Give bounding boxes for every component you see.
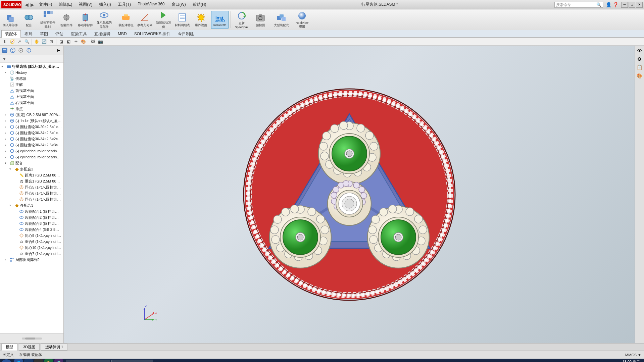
close-button[interactable]: ✕ <box>636 2 643 8</box>
tb-mate[interactable]: 配合 <box>20 11 38 29</box>
tb-bom[interactable]: 材料明细表 <box>174 11 191 29</box>
view-scene-icon[interactable]: 🖼 <box>90 38 96 45</box>
tree-top-plane[interactable]: 上视基准面 <box>0 94 63 100</box>
taskbar-sw-button[interactable]: SW SOLIDWORKS P... <box>66 360 110 362</box>
tree-root[interactable]: ▾ 行星齿轮 (默认<默认_显示状态-1>) <box>0 63 63 69</box>
rp-display-icon[interactable]: 📋 <box>636 64 643 71</box>
btab-model[interactable]: 模型 <box>1 344 17 351</box>
maximize-button[interactable]: □ <box>629 2 635 8</box>
rp-settings-icon[interactable]: ⚙ <box>636 55 643 63</box>
tree-fixed-gear[interactable]: ▸ (固定) GB 2.5M 88T 20PA 30FW -... <box>0 112 63 118</box>
view-camera-icon[interactable]: 📷 <box>97 38 104 45</box>
tree-pattern[interactable]: ▸ 局部圆周阵列2 <box>0 257 63 263</box>
user-icon[interactable]: 👤 <box>606 2 611 7</box>
tree-origin[interactable]: 原点 <box>0 106 63 112</box>
view-front-icon[interactable]: ⬇ <box>1 38 8 45</box>
tree-right-plane[interactable]: 右视基准面 <box>0 100 63 106</box>
tree-gear-mate2[interactable]: 齿轮配合2 (圆柱齿轮30-34×2.5... <box>0 214 63 220</box>
panel-expand-icon[interactable]: ▶ <box>55 47 62 54</box>
tree-coincident1[interactable]: ⚖ 重合1 (GB 2.5M 88T 20PA 30... <box>0 178 63 184</box>
tb-large-assembly[interactable]: 大型装配式 <box>270 11 292 29</box>
tb-assembly-feature[interactable]: 装配体特征 <box>117 11 135 29</box>
tb-pattern[interactable]: 线性零部件阵列 <box>39 11 56 29</box>
help-icon[interactable]: ❓ <box>613 2 618 7</box>
minimize-button[interactable]: ─ <box>621 2 628 8</box>
start-button[interactable]: ⊞ <box>1 359 11 362</box>
btab-motion[interactable]: 运动算例 1 <box>41 344 67 351</box>
panel-icon-link[interactable] <box>26 47 32 54</box>
taskbar-folder-button[interactable]: 📁 H:\微信公众号\1... <box>111 360 153 362</box>
panel-icon-config[interactable] <box>17 47 24 54</box>
tree-coincident7[interactable]: ⚖ 重合7 (1<1>,cylindrical roller... <box>0 251 63 257</box>
ribbon-tab-render[interactable]: 渲染工具 <box>67 30 91 38</box>
menu-help[interactable]: 帮助(H) <box>191 1 208 8</box>
view-orient-icon[interactable]: 🧭 <box>9 38 15 45</box>
tree-coincident6[interactable]: ⚖ 重合6 (1<1>,cylindrical roller... <box>0 239 63 245</box>
tree-history[interactable]: ▸ 🕐 History <box>0 69 63 75</box>
tree-component1[interactable]: ▸ (-) 1<1> (默认<<默认>_显示状态... <box>0 118 63 124</box>
tree-sensors[interactable]: 📡 传感器 <box>0 75 63 82</box>
view-pan-icon[interactable]: ✋ <box>33 38 40 45</box>
ribbon-tab-plugins[interactable]: SOLIDWORKS 插件 <box>131 30 175 38</box>
view-display-icon[interactable]: ◪ <box>58 38 64 45</box>
view-rotate-icon[interactable]: 🔄 <box>41 38 47 45</box>
ribbon-tab-evaluate[interactable]: 评估 <box>52 30 67 38</box>
viewport[interactable]: /* teeth rendered below */ <box>64 46 635 343</box>
panel-icon-property[interactable] <box>9 47 16 54</box>
tree-concentric7[interactable]: 同心7 (1<1>,圆柱齿轮30-34×... <box>0 196 63 202</box>
tree-cyl-gear3[interactable]: ▸ (-) 圆柱齿轮30-34×2.5<2> (默认<... <box>0 136 63 142</box>
menu-view[interactable]: 视图(V) <box>78 1 94 8</box>
ribbon-tab-assembly[interactable]: 装配体 <box>1 30 21 38</box>
ribbon-tab-mbd[interactable]: MBD <box>114 31 131 37</box>
tb-speedpak[interactable]: 更新Speedpak <box>233 11 250 29</box>
ribbon-tab-today[interactable]: 今日制建 <box>174 30 198 38</box>
tree-concentric5[interactable]: 同心5 (1<1>,圆柱齿轮30-34×... <box>0 184 63 190</box>
ribbon-tab-sketch[interactable]: 草图 <box>36 30 52 38</box>
tb-show-hide[interactable]: 显示隐藏的零部件 <box>95 11 113 29</box>
menu-file[interactable]: 文件(F) <box>38 1 53 8</box>
view-section-icon[interactable]: ⬕ <box>65 38 72 45</box>
view-zoom-fit-icon[interactable]: ⊡ <box>48 38 55 45</box>
search-input[interactable] <box>556 3 596 7</box>
tree-mate-folder[interactable]: ▾ 配合 <box>0 160 63 166</box>
tb-insert-part[interactable]: 插入零部件 <box>1 11 19 29</box>
taskbar-photo-icon[interactable]: 🎨 <box>44 359 53 362</box>
tb-instant3d[interactable]: Instant3D Instant3D <box>211 11 229 29</box>
tb-smart-fastener[interactable]: 智能扣件 <box>58 11 75 29</box>
tree-concentric9[interactable]: 同心9 (1<1>,cylindrical roller... <box>0 232 63 239</box>
ribbon-tab-layout[interactable]: 布局 <box>21 30 36 38</box>
tb-realview[interactable]: RealView 视图 <box>293 11 311 29</box>
tb-explode[interactable]: 爆炸视图 <box>192 11 210 29</box>
tb-new-study[interactable]: 新建运动算例 <box>155 11 172 29</box>
tree-multimate2[interactable]: ▾ ◆ 多配合2 <box>0 166 63 172</box>
view-appearance-icon[interactable]: 🎨 <box>80 38 87 45</box>
tree-cyl-gear1[interactable]: ▸ (-) 圆柱齿轮30-20×2.5<1> (默认<... <box>0 124 63 130</box>
tb-move-part[interactable]: 移动零部件 <box>77 11 94 29</box>
view-select-icon[interactable]: ↗ <box>16 38 23 45</box>
tree-front-plane[interactable]: 前视基准面 <box>0 88 63 94</box>
status-units[interactable]: MMGS ▼ <box>625 353 641 357</box>
filter-icon[interactable]: ▼ <box>2 56 7 61</box>
tree-bearing1[interactable]: ▸ (-) cylindrical roller bearings gb... <box>0 148 63 154</box>
menu-insert[interactable]: 插入(I) <box>98 1 112 8</box>
menu-edit[interactable]: 编辑(E) <box>57 1 73 8</box>
menu-photoview[interactable]: PhotoView 360 <box>136 1 166 8</box>
taskbar-media-icon[interactable]: ▶ <box>34 359 43 362</box>
tree-gear-mate4[interactable]: 齿轮配合4 (GB 2.5M 88T 20PA... <box>0 226 63 232</box>
view-lights-icon[interactable]: ☀ <box>72 38 79 45</box>
window-controls[interactable]: ─ □ ✕ <box>621 2 643 8</box>
btab-3dview[interactable]: 3D视图 <box>19 344 40 351</box>
ribbon-tab-direct-edit[interactable]: 直接编辑 <box>91 30 114 38</box>
tree-cyl-gear4[interactable]: ▸ (-) 圆柱齿轮30-34×2.5<3> (默认<... <box>0 142 63 148</box>
tree-distance1[interactable]: 📏 距离1 (GB 2.5M 88T 20PA 30... <box>0 172 63 178</box>
nav-back[interactable]: ◀ <box>24 2 29 7</box>
tree-concentric10[interactable]: 同心10 (1<1>,cylindrical rolle... <box>0 245 63 251</box>
tree-notes[interactable]: A 注解 <box>0 82 63 88</box>
tree-cyl-gear2[interactable]: ▸ (-) 圆柱齿轮30-34×2.5<1> (默认<... <box>0 130 63 136</box>
taskbar-ie-icon[interactable]: 🌐 <box>14 359 23 362</box>
tree-gear-mate3[interactable]: 齿轮配合3 (圆柱齿轮30-34×2.5... <box>0 220 63 226</box>
taskbar-browser-icon[interactable]: 🌍 <box>54 359 63 362</box>
tb-ref-geometry[interactable]: 参考几何体 <box>136 11 153 29</box>
nav-arrows[interactable]: ◀ ▶ <box>24 2 35 7</box>
tree-bearing2[interactable]: ▸ (-) cylindrical roller bearings gb... <box>0 154 63 160</box>
